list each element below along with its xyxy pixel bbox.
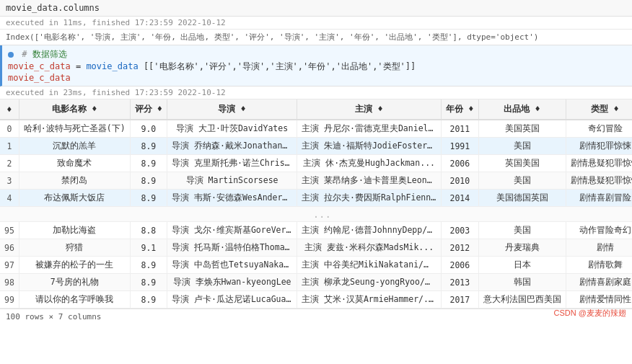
cell-director: 导演 韦斯·安德森WesAnderson: [167, 190, 297, 207]
cell-cast: 主演 丹尼尔·雷德克里夫DanielRadcliffe...: [297, 120, 442, 138]
cell-cast: 主演 拉尔夫·费因斯RalphFiennes/...: [297, 190, 442, 207]
cell-year: 2006: [442, 257, 478, 274]
table-row: 2 致命魔术 8.9 导演 克里斯托弗·诺兰ChristopherNolan 主…: [0, 155, 632, 172]
cell-idx: 96: [0, 239, 19, 257]
cell-year: 2013: [442, 274, 478, 291]
cell-idx: 3: [0, 172, 19, 190]
col-cast[interactable]: 主演 ♦: [297, 99, 442, 120]
cell-rating: 8.9: [130, 274, 167, 291]
cell-name: 7号房的礼物: [19, 274, 130, 291]
cell-year: 1991: [442, 138, 478, 155]
cell-genre: 剧情爱情同性: [566, 291, 632, 308]
cell-cast: 主演 朱迪·福斯特JodieFoster/安...: [297, 138, 442, 155]
cell-idx: 99: [0, 291, 19, 308]
table-row: 95 加勒比海盗 8.8 导演 戈尔·维宾斯基GoreVerbinski 主演 …: [0, 222, 632, 239]
cell-genre: 剧情悬疑犯罪惊悚: [566, 155, 632, 172]
code-text-1: movie_data.columns: [6, 3, 100, 13]
data-table: ♦ 电影名称 ♦ 评分 ♦ 导演 ♦ 主演 ♦ 年份 ♦ 出品地 ♦ 类型 ♦ …: [0, 99, 632, 308]
cell-name: 禁闭岛: [19, 172, 130, 190]
code-line-1: movie_c_data = movie_data [['电影名称','评分',…: [8, 61, 626, 73]
cell-genre: 奇幻冒险: [566, 120, 632, 138]
cell-director: 导演 托马斯·温特伯格ThomasVinterberg: [167, 239, 297, 257]
cell-rating: 8.9: [130, 291, 167, 308]
cell-director: 导演 克里斯托弗·诺兰ChristopherNolan: [167, 155, 297, 172]
cell-country: 美国: [478, 172, 566, 190]
col-rating[interactable]: 评分 ♦: [130, 99, 167, 120]
cell-name: 被嫌弃的松子的一生: [19, 257, 130, 274]
code-block-1: movie_data.columns: [0, 0, 632, 17]
ellipsis-row: ...: [0, 207, 632, 222]
table-row: 0 哈利·波特与死亡圣器(下) 9.0 导演 大卫·叶茨DavidYates 主…: [0, 120, 632, 138]
table-row: 99 请以你的名字呼唤我 8.9 导演 卢卡·瓜达尼诺LucaGuadagnin…: [0, 291, 632, 308]
index-output-text: Index(['电影名称', '导演, 主演', '年份, 出品地, 类型', …: [6, 32, 538, 42]
hash-comment-line: # 数据筛选: [8, 48, 626, 61]
cell-name: 狩猎: [19, 239, 130, 257]
cell-country: 美国德国英国: [478, 190, 566, 207]
cell-rating: 9.0: [130, 120, 167, 138]
cell-idx: 2: [0, 155, 19, 172]
col-index[interactable]: ♦: [0, 99, 19, 120]
cell-idx: 98: [0, 274, 19, 291]
cell-country: 美国英国: [478, 120, 566, 138]
cell-director: 导演 戈尔·维宾斯基GoreVerbinski: [167, 222, 297, 239]
cell-genre: 剧情喜剧冒险: [566, 190, 632, 207]
code-line-2: movie_c_data: [8, 73, 626, 83]
col-director[interactable]: 导演 ♦: [167, 99, 297, 120]
cell-country: 美国: [478, 222, 566, 239]
cell-country: 韩国: [478, 274, 566, 291]
cell-rating: 8.9: [130, 257, 167, 274]
table-footer: 100 rows × 7 columns: [0, 308, 632, 324]
table-body: 0 哈利·波特与死亡圣器(下) 9.0 导演 大卫·叶茨DavidYates 主…: [0, 120, 632, 308]
cell-name: 加勒比海盗: [19, 222, 130, 239]
cell-year: 2010: [442, 172, 478, 190]
table-row: 98 7号房的礼物 8.9 导演 李焕东Hwan-kyeongLee 主演 柳承…: [0, 274, 632, 291]
col-genre[interactable]: 类型 ♦: [566, 99, 632, 120]
cell-idx: 95: [0, 222, 19, 239]
cell-director: 导演 MartinScorsese: [167, 172, 297, 190]
comment-text: 数据筛选: [32, 49, 67, 59]
data-table-container: ♦ 电影名称 ♦ 评分 ♦ 导演 ♦ 主演 ♦ 年份 ♦ 出品地 ♦ 类型 ♦ …: [0, 99, 632, 308]
cell-genre: 剧情喜剧家庭: [566, 274, 632, 291]
cell-rating: 9.1: [130, 239, 167, 257]
table-row: 97 被嫌弃的松子的一生 8.9 导演 中岛哲也TetsuyaNakashima…: [0, 257, 632, 274]
table-header: ♦ 电影名称 ♦ 评分 ♦ 导演 ♦ 主演 ♦ 年份 ♦ 出品地 ♦ 类型 ♦: [0, 99, 632, 120]
cell-name: 哈利·波特与死亡圣器(下): [19, 120, 130, 138]
cell-year: 2012: [442, 239, 478, 257]
cell-country: 美国: [478, 138, 566, 155]
watermark-text: CSDN @麦麦的辣翅: [554, 308, 626, 317]
cell-name: 沉默的羔羊: [19, 138, 130, 155]
cell-year: 2014: [442, 190, 478, 207]
exec-line-1: executed in 11ms, finished 17:23:59 2022…: [0, 17, 632, 30]
col-year[interactable]: 年份 ♦: [442, 99, 478, 120]
cell-cast: 主演 中谷美纪MikiNakatani/读大E...: [297, 257, 442, 274]
cell-name: 布达佩斯大饭店: [19, 190, 130, 207]
cell-rating: 8.9: [130, 190, 167, 207]
cell-country: 意大利法国巴西美国: [478, 291, 566, 308]
index-output-line: Index(['电影名称', '导演, 主演', '年份, 出品地, 类型', …: [0, 30, 632, 45]
cell-country: 丹麦瑞典: [478, 239, 566, 257]
cell-rating: 8.9: [130, 172, 167, 190]
header-row: ♦ 电影名称 ♦ 评分 ♦ 导演 ♦ 主演 ♦ 年份 ♦ 出品地 ♦ 类型 ♦: [0, 99, 632, 120]
comment-block: # 数据筛选 movie_c_data = movie_data [['电影名称…: [0, 45, 632, 86]
main-container: movie_data.columns executed in 11ms, fin…: [0, 0, 632, 324]
cell-genre: 剧情: [566, 239, 632, 257]
cell-idx: 4: [0, 190, 19, 207]
cell-year: 2003: [442, 222, 478, 239]
cell-genre: 剧情悬疑犯罪惊悚: [566, 172, 632, 190]
cell-cast: 主演 休·杰克曼HughJackman...: [297, 155, 442, 172]
cell-rating: 8.9: [130, 155, 167, 172]
row-count-text: 100 rows × 7 columns: [6, 312, 101, 321]
exec-line-2: executed in 23ms, finished 17:23:59 2022…: [0, 86, 632, 99]
cell-director: 导演 中岛哲也TetsuyaNakashima: [167, 257, 297, 274]
cell-cast: 主演 柳承龙Seung-yongRyoo/朴信惠Shi...: [297, 274, 442, 291]
cell-country: 英国美国: [478, 155, 566, 172]
cell-genre: 剧情犯罪惊悚: [566, 138, 632, 155]
cell-director: 导演 乔纳森·戴米JonathanDemme: [167, 138, 297, 155]
cell-genre: 剧情歌舞: [566, 257, 632, 274]
col-name[interactable]: 电影名称 ♦: [19, 99, 130, 120]
cell-cast: 主演 麦兹·米科尔森MadsMik...: [297, 239, 442, 257]
cell-idx: 97: [0, 257, 19, 274]
cell-year: 2017: [442, 291, 478, 308]
col-country[interactable]: 出品地 ♦: [478, 99, 566, 120]
table-row: 3 禁闭岛 8.9 导演 MartinScorsese 主演 莱昂纳多·迪卡普里…: [0, 172, 632, 190]
